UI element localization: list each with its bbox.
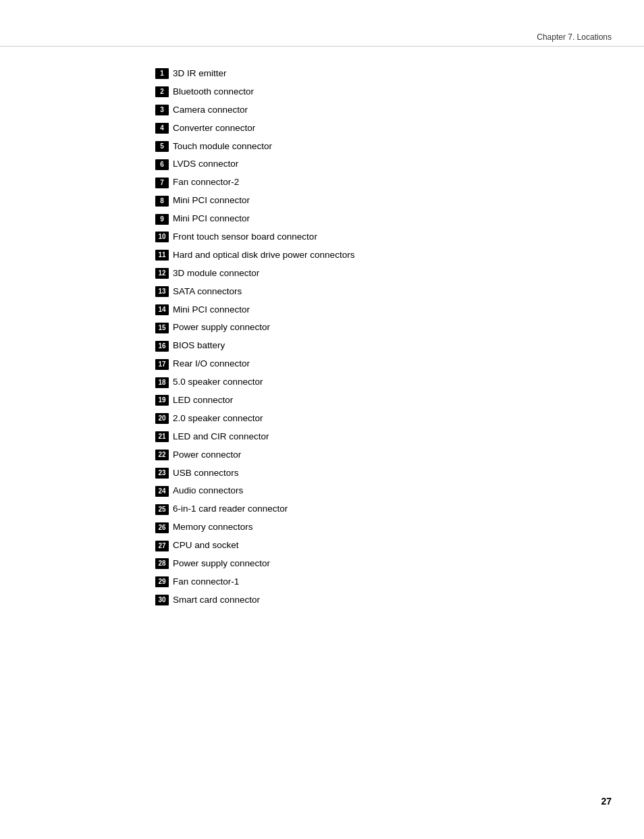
list-item: 21LED and CIR connector bbox=[155, 431, 590, 443]
list-item: 27CPU and socket bbox=[155, 539, 590, 552]
item-badge: 4 bbox=[155, 123, 169, 134]
item-text: Touch module connector bbox=[173, 140, 272, 153]
item-text: 5.0 speaker connector bbox=[173, 376, 263, 389]
item-text: SATA connectors bbox=[173, 286, 242, 298]
item-text: Fan connector-1 bbox=[173, 576, 239, 589]
list-item: 23USB connectors bbox=[155, 467, 590, 480]
list-item: 28Power supply connector bbox=[155, 558, 590, 570]
item-text: Fan connector-2 bbox=[173, 176, 239, 189]
item-badge: 8 bbox=[155, 196, 169, 207]
list-item: 6LVDS connector bbox=[155, 158, 590, 171]
list-item: 7Fan connector-2 bbox=[155, 176, 590, 189]
item-badge: 7 bbox=[155, 178, 169, 188]
list-item: 13D IR emitter bbox=[155, 67, 590, 80]
item-text: Camera connector bbox=[173, 104, 248, 117]
list-item: 185.0 speaker connector bbox=[155, 376, 590, 389]
item-text: Power supply connector bbox=[173, 558, 270, 570]
list-item: 10Front touch sensor board connector bbox=[155, 231, 590, 244]
item-badge: 11 bbox=[155, 250, 169, 261]
item-text: Hard and optical disk drive power connec… bbox=[173, 249, 354, 262]
list-item: 26Memory connectors bbox=[155, 521, 590, 534]
list-item: 202.0 speaker connector bbox=[155, 412, 590, 425]
list-item: 16BIOS battery bbox=[155, 340, 590, 352]
page-number: 27 bbox=[601, 796, 612, 807]
item-badge: 27 bbox=[155, 541, 169, 551]
header-rule bbox=[0, 46, 644, 47]
item-badge: 19 bbox=[155, 395, 169, 406]
item-badge: 14 bbox=[155, 304, 169, 315]
item-text: Mini PCI connector bbox=[173, 304, 250, 317]
list-item: 9Mini PCI connector bbox=[155, 213, 590, 225]
list-item: 29Fan connector-1 bbox=[155, 576, 590, 589]
item-badge: 2 bbox=[155, 86, 169, 97]
item-badge: 24 bbox=[155, 486, 169, 497]
list-item: 30Smart card connector bbox=[155, 594, 590, 607]
item-text: 3D module connector bbox=[173, 267, 259, 280]
list-item: 8Mini PCI connector bbox=[155, 194, 590, 207]
content-area: 13D IR emitter2Bluetooth connector3Camer… bbox=[155, 67, 590, 612]
list-item: 17Rear I/O connector bbox=[155, 358, 590, 371]
item-text: 3D IR emitter bbox=[173, 67, 227, 80]
item-text: Power connector bbox=[173, 449, 241, 462]
list-item: 14Mini PCI connector bbox=[155, 304, 590, 317]
item-text: Front touch sensor board connector bbox=[173, 231, 317, 244]
item-badge: 21 bbox=[155, 431, 169, 442]
item-text: Smart card connector bbox=[173, 594, 260, 607]
item-text: Bluetooth connector bbox=[173, 86, 254, 99]
item-badge: 20 bbox=[155, 413, 169, 424]
chapter-label: Chapter 7. Locations bbox=[537, 32, 612, 42]
item-badge: 17 bbox=[155, 359, 169, 370]
item-badge: 16 bbox=[155, 341, 169, 352]
item-badge: 25 bbox=[155, 504, 169, 515]
item-badge: 23 bbox=[155, 468, 169, 479]
item-text: CPU and socket bbox=[173, 539, 239, 552]
item-badge: 15 bbox=[155, 323, 169, 333]
item-badge: 5 bbox=[155, 141, 169, 152]
list-item: 5Touch module connector bbox=[155, 140, 590, 153]
list-item: 13SATA connectors bbox=[155, 286, 590, 298]
item-badge: 29 bbox=[155, 576, 169, 587]
item-text: Audio connectors bbox=[173, 485, 243, 497]
item-text: 2.0 speaker connector bbox=[173, 412, 263, 425]
list-item: 11Hard and optical disk drive power conn… bbox=[155, 249, 590, 262]
item-badge: 30 bbox=[155, 595, 169, 605]
item-badge: 13 bbox=[155, 286, 169, 297]
list-item: 2Bluetooth connector bbox=[155, 86, 590, 99]
item-text: LVDS connector bbox=[173, 158, 238, 171]
item-text: Mini PCI connector bbox=[173, 213, 250, 225]
item-text: BIOS battery bbox=[173, 340, 225, 352]
item-text: 6-in-1 card reader connector bbox=[173, 503, 288, 516]
item-badge: 10 bbox=[155, 232, 169, 242]
item-text: Memory connectors bbox=[173, 521, 253, 534]
item-badge: 3 bbox=[155, 105, 169, 115]
list-item: 256-in-1 card reader connector bbox=[155, 503, 590, 516]
item-badge: 6 bbox=[155, 159, 169, 170]
list-item: 3Camera connector bbox=[155, 104, 590, 117]
item-badge: 22 bbox=[155, 450, 169, 460]
item-text: Power supply connector bbox=[173, 321, 270, 334]
list-item: 22Power connector bbox=[155, 449, 590, 462]
item-text: Rear I/O connector bbox=[173, 358, 250, 371]
item-text: LED and CIR connector bbox=[173, 431, 269, 443]
item-badge: 9 bbox=[155, 214, 169, 225]
list-item: 19LED connector bbox=[155, 394, 590, 407]
list-item: 4Converter connector bbox=[155, 122, 590, 135]
item-badge: 12 bbox=[155, 268, 169, 279]
item-text: USB connectors bbox=[173, 467, 239, 480]
item-badge: 28 bbox=[155, 558, 169, 569]
list-item: 24Audio connectors bbox=[155, 485, 590, 497]
list-item: 123D module connector bbox=[155, 267, 590, 280]
item-text: Mini PCI connector bbox=[173, 194, 250, 207]
list-item: 15Power supply connector bbox=[155, 321, 590, 334]
item-badge: 26 bbox=[155, 522, 169, 533]
item-text: LED connector bbox=[173, 394, 233, 407]
item-badge: 1 bbox=[155, 68, 169, 79]
item-text: Converter connector bbox=[173, 122, 255, 135]
item-badge: 18 bbox=[155, 377, 169, 388]
